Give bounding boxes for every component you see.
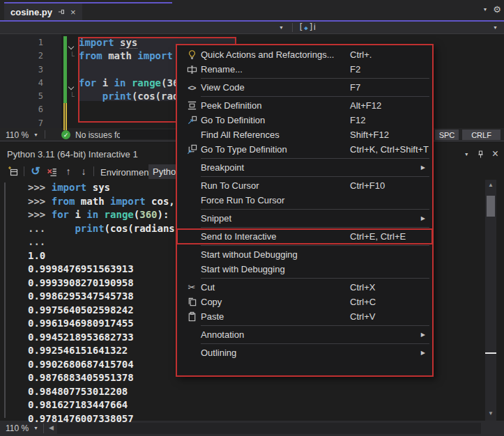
panel-pin-icon[interactable] — [476, 150, 485, 159]
menu-item-shortcut: F7 — [350, 82, 360, 93]
history-previous-button[interactable]: ↑ — [63, 165, 74, 178]
menu-item-label: Annotation — [201, 329, 244, 340]
line-number: 1 — [0, 36, 43, 49]
pin-icon[interactable] — [57, 8, 66, 16]
menu-item-go-to-type-definition[interactable]: Go To Type DefinitionCtrl+K, Ctrl+Shift+… — [177, 142, 432, 157]
rename-icon — [183, 64, 201, 75]
menu-item-outlining[interactable]: Outlining▶ — [177, 345, 432, 360]
paste-icon — [183, 311, 201, 322]
submenu-arrow-icon: ▶ — [421, 350, 425, 356]
ide-window: cosine.py × ▼ ⚙ ▼ [◆] i ▼ 1import sys2└f… — [0, 0, 504, 436]
menu-item-shortcut: F12 — [350, 115, 365, 125]
change-bar — [63, 49, 67, 63]
line-number: 7 — [0, 117, 43, 130]
toolbar-divider — [24, 166, 24, 176]
editor-zoom-chevron-icon[interactable]: ▼ — [33, 132, 38, 137]
menu-item-view-code[interactable]: <>View CodeF7 — [177, 80, 432, 95]
tab-cosine-py[interactable]: cosine.py × — [4, 3, 82, 20]
crlf-indicator[interactable]: CRLF — [462, 130, 501, 140]
menu-item-label: Start with Debugging — [201, 264, 285, 274]
menu-item-label: Start without Debugging — [201, 249, 298, 260]
outline-guide: └ — [70, 49, 75, 63]
menu-item-send-to-interactive[interactable]: Send to InteractiveCtrl+E, Ctrl+E — [177, 229, 432, 244]
panel-close-icon[interactable]: × — [492, 148, 498, 160]
change-bar — [63, 63, 67, 77]
menu-separator — [201, 78, 429, 79]
menu-item-rename[interactable]: Rename...F2 — [177, 62, 432, 77]
menu-item-shortcut: Ctrl+F10 — [350, 180, 385, 191]
go-to-type-definition-icon — [183, 144, 201, 155]
menu-item-force-run-to-cursor[interactable]: Force Run To Cursor — [177, 193, 432, 208]
window-options-gear-icon[interactable]: ⚙ — [493, 4, 501, 15]
menu-separator — [201, 209, 429, 210]
panel-chevron-icon[interactable]: ▼ — [464, 152, 469, 157]
fold-chevron-icon[interactable] — [69, 79, 77, 88]
menu-item-label: Outlining — [201, 348, 236, 358]
menu-separator — [201, 343, 429, 344]
menu-item-quick-actions-and-refactorings[interactable]: Quick Actions and Refactorings...Ctrl+. — [177, 47, 432, 62]
menu-item-breakpoint[interactable]: Breakpoint▶ — [177, 160, 432, 175]
new-interactive-window-button[interactable] — [7, 165, 20, 178]
menu-separator — [201, 278, 429, 279]
menu-item-peek-definition[interactable]: Peek DefinitionAlt+F12 — [177, 98, 432, 113]
menu-item-shortcut: Ctrl+E, Ctrl+E — [350, 231, 406, 242]
menu-item-shortcut: Ctrl+X — [350, 282, 375, 293]
editor-zoom-select[interactable]: 110 % — [6, 130, 29, 140]
menu-item-start-without-debugging[interactable]: Start without Debugging — [177, 247, 432, 262]
clear-screen-button[interactable] — [45, 165, 59, 178]
menu-separator — [201, 245, 429, 246]
context-menu: Quick Actions and Refactorings...Ctrl+.R… — [176, 44, 434, 377]
menu-item-snippet[interactable]: Snippet▶ — [177, 211, 432, 226]
menu-item-label: Go To Definition — [201, 115, 265, 125]
menu-item-paste[interactable]: PasteCtrl+V — [177, 309, 432, 324]
environment-label: Environment: — [100, 167, 154, 178]
menu-item-label: Cut — [201, 282, 215, 293]
menu-item-run-to-cursor[interactable]: Run To CursorCtrl+F10 — [177, 178, 432, 193]
panel-zoom-select[interactable]: 110 % — [6, 423, 29, 433]
menu-item-label: Breakpoint — [201, 162, 244, 173]
member-dropdown[interactable]: [◆] i — [298, 22, 316, 32]
repl-line: 0.9781476007338057 — [28, 412, 504, 424]
panel-title: Python 3.11 (64-bit) Interactive 1 — [7, 149, 138, 159]
menu-item-label: Send to Interactive — [201, 231, 276, 242]
fold-chevron-icon[interactable] — [69, 39, 77, 47]
menu-separator — [201, 158, 429, 159]
menu-separator — [201, 176, 429, 177]
tab-label: cosine.py — [10, 7, 52, 17]
panel-hscrollbar-track[interactable] — [57, 423, 481, 434]
menu-item-shortcut: F2 — [350, 64, 360, 75]
menu-separator — [201, 227, 429, 228]
change-bar — [63, 117, 67, 130]
editor-navigation-bar — [0, 22, 504, 33]
hscroll-left-button[interactable]: ◀ — [49, 424, 54, 431]
menu-item-shortcut: Alt+F12 — [350, 100, 381, 111]
menu-item-label: Rename... — [201, 64, 243, 75]
menu-item-label: Go To Type Definition — [201, 144, 287, 155]
close-icon[interactable]: × — [70, 7, 76, 17]
scope-dropdown-chevron-icon[interactable]: ▼ — [279, 25, 284, 30]
change-bar — [63, 77, 67, 90]
menu-item-label: Peek Definition — [201, 100, 261, 111]
menu-item-cut[interactable]: ✂CutCtrl+X — [177, 280, 432, 295]
menu-item-copy[interactable]: CopyCtrl+C — [177, 295, 432, 309]
toolbar-divider-2 — [93, 166, 94, 176]
line-number: 2 — [0, 49, 43, 63]
spc-indicator[interactable]: SPC — [435, 130, 459, 140]
history-next-button[interactable]: ↓ — [78, 165, 89, 178]
menu-item-find-all-references[interactable]: Find All ReferencesShift+F12 — [177, 127, 432, 142]
tab-overflow-chevron-icon[interactable]: ▼ — [482, 7, 487, 12]
menu-item-shortcut: Ctrl+V — [350, 311, 375, 322]
menu-separator — [201, 325, 429, 326]
menu-item-shortcut: Shift+F12 — [350, 130, 389, 140]
panel-zoom-chevron-icon[interactable]: ▼ — [33, 426, 38, 430]
menu-item-annotation[interactable]: Annotation▶ — [177, 327, 432, 342]
menu-item-go-to-definition[interactable]: Go To DefinitionF12 — [177, 113, 432, 127]
reset-button[interactable]: ↺ — [29, 164, 42, 177]
line-number: 3 — [0, 63, 43, 77]
line-number: 6 — [0, 103, 43, 116]
field-icon: [◆] — [298, 22, 314, 32]
member-dropdown-chevron-icon[interactable]: ▼ — [493, 25, 498, 30]
menu-item-start-with-debugging[interactable]: Start with Debugging — [177, 262, 432, 277]
change-bar — [63, 36, 67, 49]
line-number: 5 — [0, 90, 43, 103]
